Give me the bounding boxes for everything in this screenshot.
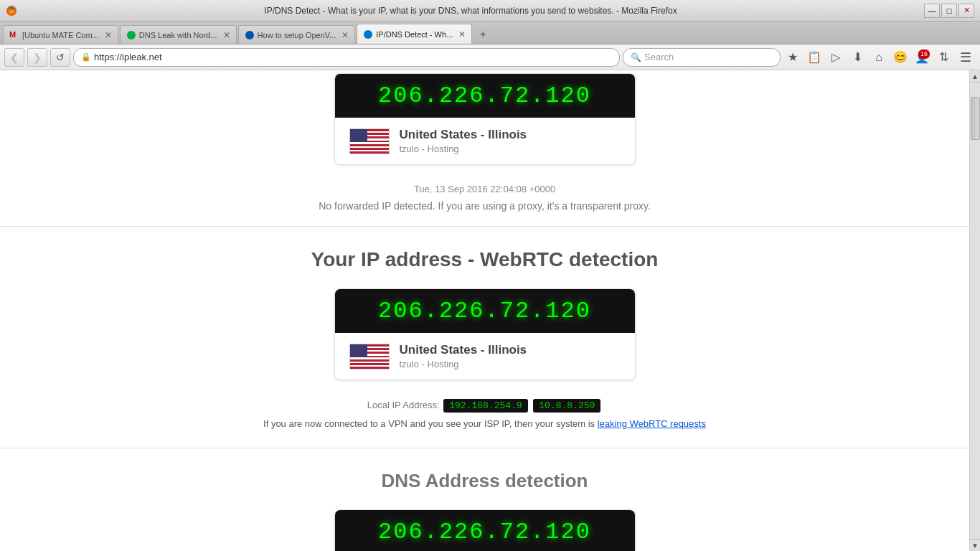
timestamp: Tue, 13 Sep 2016 22:04:08 +0000 [0,178,969,197]
pocket-button[interactable]: ▷ [826,48,845,67]
tab-openvpn-close[interactable]: ✕ [341,30,349,40]
emoji-button[interactable]: 😊 [891,48,910,67]
svg-point-4 [364,30,372,39]
tab-ipleak[interactable]: IP/DNS Detect - Wh... ✕ [357,24,472,44]
tab-gmail-close[interactable]: ✕ [105,30,112,40]
page-content: 206.226.72.120 United States - Illinois … [0,70,969,551]
window-title: IP/DNS Detect - What is your IP, what is… [17,6,924,16]
home-button[interactable]: ⌂ [870,48,888,67]
scroll-track[interactable] [970,83,980,539]
vpn-leak-text: If you are now connected to a VPN and yo… [263,418,595,429]
dns-heading: DNS Address detection [0,456,969,507]
local-ip-2: 10.8.8.250 [533,399,600,413]
flag-canton-webrtc [350,344,367,357]
scroll-thumb[interactable] [971,97,980,140]
tab-dnsleak-label: DNS Leak with Nord... [139,31,217,39]
flag-canton-top [350,129,367,142]
tab-bar: M [Ubuntu MATE Com... ✕ DNS Leak with No… [0,22,980,44]
ip-display-top: 206.226.72.120 [335,74,635,118]
firefox-icon [6,5,17,17]
svg-point-2 [127,31,136,39]
badge-count: 16 [918,50,930,59]
gmail-favicon: M [9,30,19,40]
tab-openvpn[interactable]: How to setup OpenV... ✕ [238,25,356,44]
title-bar: IP/DNS Detect - What is your IP, what is… [0,0,980,22]
content-area: 206.226.72.120 United States - Illinois … [0,70,980,551]
tab-gmail-label: [Ubuntu MATE Com... [22,31,99,39]
scrollbar[interactable]: ▲ ▼ [969,70,980,551]
new-tab-button[interactable]: + [473,25,492,44]
url-bar[interactable]: 🔒 https://ipleak.net [73,48,620,67]
local-ip-label: Local IP Address: [367,400,440,410]
notifications-button[interactable]: 👤 16 [913,48,931,67]
window-controls[interactable]: — □ ✕ [924,4,974,18]
vpn-leak-row: If you are now connected to a VPN and yo… [0,415,969,441]
ip-card-dns: 206.226.72.120 United States - Illinois [334,509,636,551]
forward-button[interactable]: ❯ [27,48,47,67]
scroll-up-button[interactable]: ▲ [970,70,981,83]
local-ip-row: Local IP Address: 192.168.254.9 10.8.8.2… [0,393,969,415]
close-button[interactable]: ✕ [958,4,974,18]
tab-gmail[interactable]: M [Ubuntu MATE Com... ✕ [3,25,118,44]
search-icon: 🔍 [631,52,641,62]
scroll-down-button[interactable]: ▼ [970,539,981,551]
back-button[interactable]: ❮ [4,48,24,67]
title-bar-left [6,5,17,17]
flag-us-top [349,128,390,154]
divider-2 [0,448,969,448]
ip-number-dns: 206.226.72.120 [349,519,621,545]
openvpn-favicon [245,30,255,40]
reload-button[interactable]: ↺ [50,48,70,67]
sync-button[interactable]: ⇅ [934,48,953,67]
tab-openvpn-label: How to setup OpenV... [258,31,336,39]
tab-ipleak-label: IP/DNS Detect - Wh... [376,30,453,39]
vpn-leak-link[interactable]: leaking WebRTC requests [598,418,706,429]
ip-country-top: United States - Illinois [400,128,621,142]
ip-card-webrtc: 206.226.72.120 United States - Illinois … [334,288,636,380]
ip-number-top: 206.226.72.120 [349,83,621,109]
flag-us-webrtc [349,344,390,369]
reading-list-button[interactable]: 📋 [805,48,824,67]
ip-location-webrtc: United States - Illinois tzulo - Hosting [400,343,621,369]
local-ip-1: 192.168.254.9 [443,399,527,413]
ip-display-webrtc: 206.226.72.120 [335,289,635,333]
tab-dnsleak-close[interactable]: ✕ [223,30,230,40]
dnsleak-favicon [126,30,136,40]
divider-1 [0,226,969,227]
bookmarks-star-button[interactable]: ★ [783,48,802,67]
maximize-button[interactable]: □ [941,4,957,18]
tab-dnsleak[interactable]: DNS Leak with Nord... ✕ [120,25,237,44]
ip-isp-webrtc: tzulo - Hosting [400,359,621,369]
webrtc-heading: Your IP address - WebRTC detection [0,234,969,286]
ip-info-webrtc: United States - Illinois tzulo - Hosting [335,333,635,380]
no-forward-msg: No forwarded IP detected. If you are usi… [0,197,969,219]
download-button[interactable]: ⬇ [848,48,867,67]
ipleak-body: 206.226.72.120 United States - Illinois … [0,70,969,551]
minimize-button[interactable]: — [924,4,940,18]
lock-icon: 🔒 [81,52,91,62]
tab-ipleak-close[interactable]: ✕ [458,29,466,39]
ip-display-dns: 206.226.72.120 [335,510,635,551]
svg-point-3 [245,31,254,39]
hamburger-menu-button[interactable]: ☰ [956,48,976,67]
search-placeholder: Search [644,52,674,62]
ip-info-top: United States - Illinois tzulo - Hosting [335,118,635,164]
ip-location-top: United States - Illinois tzulo - Hosting [400,128,621,154]
nav-icons: ★ 📋 ▷ ⬇ ⌂ 😊 👤 16 ⇅ ☰ [783,48,976,67]
search-bar[interactable]: 🔍 Search [623,48,781,67]
ip-country-webrtc: United States - Illinois [400,343,621,357]
ip-card-top: 206.226.72.120 United States - Illinois … [334,73,636,165]
ipleak-favicon [363,29,373,39]
nav-bar: ❮ ❯ ↺ 🔒 https://ipleak.net 🔍 Search ★ 📋 … [0,44,980,70]
url-text: https://ipleak.net [94,52,612,62]
ip-number-webrtc: 206.226.72.120 [349,298,621,324]
ip-isp-top: tzulo - Hosting [400,143,621,154]
